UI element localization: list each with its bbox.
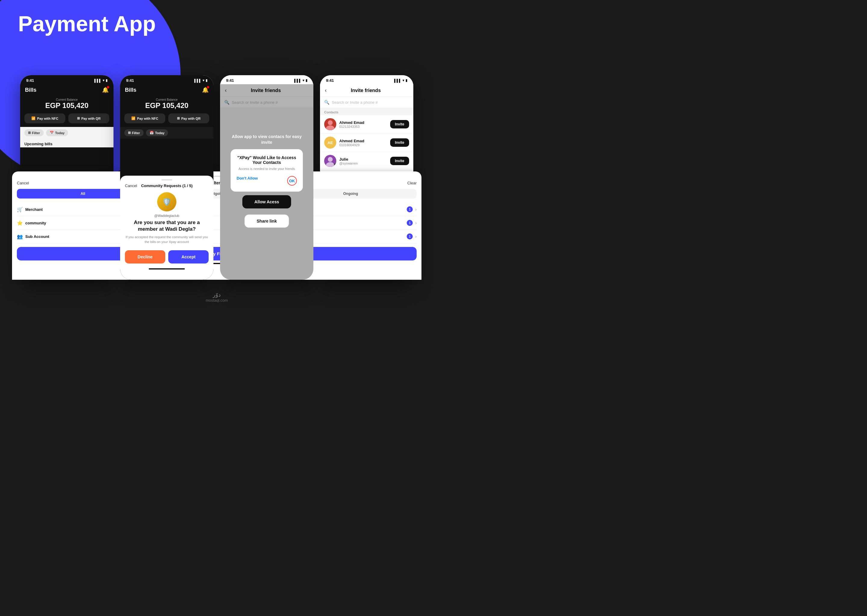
contact-phone-1: 01213243353 bbox=[339, 125, 387, 129]
modal-header: Cancel Community Requests (1 / 5) bbox=[125, 184, 209, 192]
phone2-body: Bills 🔔 Current Balance EGP 105,420 📶 Pa… bbox=[120, 84, 213, 280]
status-bar-4: 9:41 ▌▌▌ ▾ ▮ bbox=[320, 75, 413, 84]
svg-point-4 bbox=[328, 157, 333, 162]
upcoming-label: Upcoming bills bbox=[20, 139, 113, 148]
filter-merchant[interactable]: 🛒 Merchant 1 › bbox=[20, 203, 113, 216]
invite-title-4: Invite friends bbox=[330, 88, 401, 93]
status-icons-1: ▌▌▌ ▾ ▮ bbox=[95, 79, 107, 82]
status-time-1: 9:41 bbox=[26, 78, 34, 83]
bell-icon[interactable]: 🔔 bbox=[102, 86, 109, 93]
permission-dialog: "XPay" Would Like to Access Your Contact… bbox=[230, 149, 303, 192]
status-bar-3: 9:41 ▌▌▌ ▾ ▮ bbox=[220, 75, 314, 84]
contact-phone-3: @syswarren bbox=[339, 162, 387, 165]
dialog-buttons: Don't Allow OK bbox=[236, 176, 297, 185]
battery-icon: ▮ bbox=[306, 79, 307, 82]
status-time-3: 9:41 bbox=[226, 78, 234, 83]
filter-icon-2: ⊞ bbox=[128, 131, 131, 135]
status-time-2: 9:41 bbox=[126, 78, 134, 83]
back-button-4[interactable]: ‹ bbox=[325, 87, 326, 94]
filter-subaccount[interactable]: 👥 Sub Account 1 › bbox=[20, 230, 113, 244]
filter-pill-2[interactable]: ⊞ Filter bbox=[125, 129, 143, 136]
pay-qr-btn[interactable]: ⊞ Pay with QR bbox=[68, 113, 109, 123]
balance-section-2: Current Balance EGP 105,420 bbox=[120, 96, 213, 113]
wifi-icon: ▾ bbox=[303, 79, 304, 82]
invite-header-4: ‹ Invite friends bbox=[320, 84, 413, 97]
phone2-header: Bills 🔔 bbox=[120, 84, 213, 96]
pay-nfc-btn-2[interactable]: 📶 Pay with NFC bbox=[125, 113, 165, 123]
svg-text:✕: ✕ bbox=[333, 163, 336, 166]
signal-icon: ▌▌▌ bbox=[295, 79, 301, 82]
community-modal: Cancel Community Requests (1 / 5) 🛡️ @Wa… bbox=[120, 176, 213, 280]
modal-cancel-btn[interactable]: Cancel bbox=[125, 184, 137, 188]
page-title: Payment App bbox=[18, 12, 156, 36]
bell-icon-2[interactable]: 🔔 bbox=[202, 86, 209, 93]
contact-item-1: Ahmed Emad 01213243353 Invite bbox=[320, 115, 413, 134]
home-indicator-2 bbox=[149, 268, 185, 269]
signal-icon: ▌▌▌ bbox=[95, 79, 101, 82]
avatar-3: ✕ bbox=[324, 155, 336, 167]
dialog-description: Access is needed to invite your friends bbox=[236, 167, 297, 171]
battery-icon: ▮ bbox=[206, 79, 207, 82]
balance-label-2: Current Balance bbox=[120, 98, 213, 101]
today-pill[interactable]: 📅 Today bbox=[46, 129, 68, 136]
phones-container: 9:41 ▌▌▌ ▾ ▮ Bills 🔔 Current Balance EGP… bbox=[12, 75, 421, 280]
search-bar-4: 🔍 Search or Invite a phone # bbox=[320, 97, 413, 108]
contact-name-3: Julie bbox=[339, 157, 387, 162]
apply-filters-btn[interactable]: Apply Filters bbox=[20, 247, 113, 261]
balance-section: Current Balance EGP 105,420 bbox=[20, 96, 113, 113]
invite-btn-2[interactable]: Invite bbox=[390, 138, 409, 147]
wifi-icon: ▾ bbox=[102, 79, 104, 82]
contact-info-2: Ahmed Emad 01016004929 bbox=[339, 139, 387, 147]
community-logo: 🛡️ bbox=[157, 192, 177, 211]
phone-2-community: 9:41 ▌▌▌ ▾ ▮ Bills 🔔 Current Balance EGP… bbox=[120, 75, 213, 280]
contact-phone-2: 01016004929 bbox=[339, 143, 387, 147]
dont-allow-btn[interactable]: Don't Allow bbox=[236, 176, 258, 185]
nfc-icon-2: 📶 bbox=[131, 116, 136, 120]
pay-nfc-btn[interactable]: 📶 Pay with NFC bbox=[24, 113, 65, 123]
bills-title: Bills bbox=[25, 87, 36, 93]
svg-point-1 bbox=[328, 120, 333, 125]
status-bar-1: 9:41 ▌▌▌ ▾ ▮ bbox=[20, 75, 113, 84]
search-icon-4: 🔍 bbox=[324, 100, 329, 105]
allow-access-btn[interactable]: Allow Acess bbox=[242, 195, 291, 209]
pay-qr-btn-2[interactable]: ⊞ Pay with QR bbox=[168, 113, 209, 123]
phone1-header: Bills 🔔 bbox=[20, 84, 113, 96]
pay-buttons-2: 📶 Pay with NFC ⊞ Pay with QR bbox=[120, 113, 213, 127]
contacts-label: Contacts bbox=[320, 108, 413, 115]
wifi-icon: ▾ bbox=[402, 79, 404, 82]
calendar-icon: 📅 bbox=[50, 131, 54, 135]
invite-btn-3[interactable]: Invite bbox=[390, 157, 409, 165]
filter-pill[interactable]: ⊞ Filter bbox=[24, 129, 44, 136]
sheet-header: Cancel Filter by Clear bbox=[20, 181, 113, 185]
signal-icon: ▌▌▌ bbox=[394, 79, 401, 82]
modal-buttons: Decline Accept bbox=[125, 250, 209, 264]
filter-community[interactable]: ⭐ community 1 › bbox=[20, 216, 113, 230]
tab-all[interactable]: All bbox=[20, 189, 113, 198]
phone1-body: Bills 🔔 Current Balance EGP 105,420 📶 Pa… bbox=[20, 84, 113, 280]
contact-info-3: Julie @syswarren bbox=[339, 157, 387, 165]
watermark: دوّر mostaql.com bbox=[206, 291, 228, 303]
filter-icon: ⊞ bbox=[28, 131, 31, 135]
contact-name-1: Ahmed Emad bbox=[339, 120, 387, 125]
permission-text: Allow app to view contacs for easy invit… bbox=[220, 134, 314, 146]
signal-icon: ▌▌▌ bbox=[194, 79, 202, 82]
accept-btn[interactable]: Accept bbox=[168, 250, 209, 264]
community-question: Are you sure that you are a member at Wa… bbox=[125, 219, 209, 233]
club-handle: @Wadideglaclub bbox=[125, 214, 209, 217]
battery-icon: ▮ bbox=[405, 79, 407, 82]
sheet-cancel-btn[interactable]: Cancel bbox=[20, 181, 29, 185]
share-link-btn-3[interactable]: Share link bbox=[244, 214, 289, 228]
ok-btn[interactable]: OK bbox=[287, 176, 297, 185]
search-placeholder-4[interactable]: Search or Invite a phone # bbox=[332, 100, 378, 105]
community-description: If you accepted the request the communit… bbox=[125, 235, 209, 244]
avatar-2: AE bbox=[324, 137, 336, 149]
status-time-4: 9:41 bbox=[326, 78, 334, 83]
decline-btn[interactable]: Decline bbox=[125, 250, 165, 264]
invite-btn-1[interactable]: Invite bbox=[390, 120, 409, 129]
notification-dot-2 bbox=[207, 86, 209, 88]
avatar-img-1 bbox=[324, 118, 336, 130]
today-pill-2[interactable]: 📅 Today bbox=[146, 129, 168, 136]
dialog-title: "XPay" Would Like to Access Your Contact… bbox=[236, 155, 297, 165]
battery-icon: ▮ bbox=[106, 79, 107, 82]
modal-handle bbox=[161, 179, 172, 181]
